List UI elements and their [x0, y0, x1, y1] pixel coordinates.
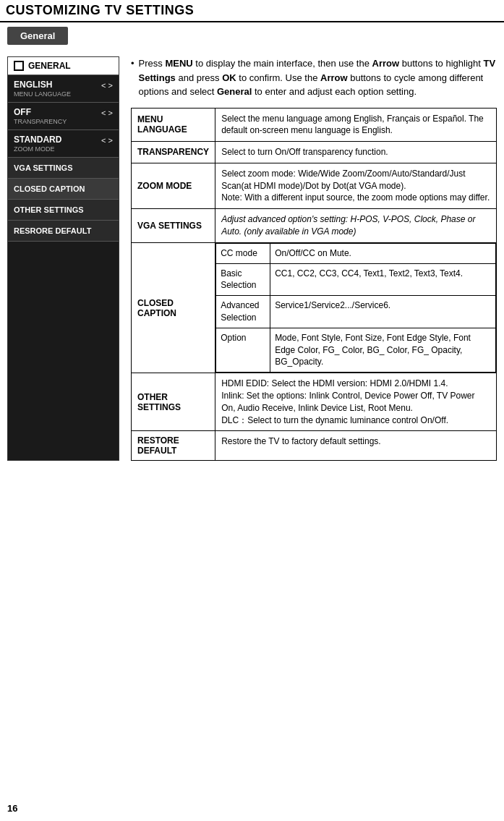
table-row: TRANSPARENCY Select to turn On/Off trans…	[132, 142, 497, 163]
closed-caption-sub-table: CC mode On/Off/CC on Mute. Basic Selecti…	[215, 243, 496, 373]
page-number: 16	[7, 803, 17, 814]
sidebar-english-arrows: < >	[101, 80, 113, 90]
row-closed-caption-name: CLOSED CAPTION	[132, 242, 215, 373]
table-row: MENU LANGUAGE Select the menu language a…	[132, 108, 497, 142]
sidebar-item-standard[interactable]: STANDARD ZOOM MODE < >	[8, 130, 119, 158]
row-other-settings-name: OTHER SETTINGS	[132, 373, 215, 431]
sub-basic-sel-desc: CC1, CC2, CC3, CC4, Text1, Text2, Text3,…	[270, 263, 496, 296]
table-row: CLOSED CAPTION CC mode On/Off/CC on Mute…	[132, 242, 497, 373]
sub-table-row: Advanced Selection Service1/Service2.../…	[216, 296, 496, 328]
row-restore-default-name: RESTORE DEFAULT	[132, 431, 215, 461]
sidebar-item-closed-caption[interactable]: CLOSED CAPTION	[8, 179, 119, 200]
sidebar-english-label: MENU LANGUAGE	[14, 90, 71, 98]
sub-table-row: Basic Selection CC1, CC2, CC3, CC4, Text…	[216, 263, 496, 296]
sub-option-desc: Mode, Font Style, Font Size, Font Edge S…	[270, 328, 496, 372]
row-menu-language-name: MENU LANGUAGE	[132, 108, 215, 142]
sub-adv-sel-desc: Service1/Service2.../Service6.	[270, 296, 496, 328]
ok-keyword: OK	[222, 72, 236, 83]
sidebar-off-value: OFF	[14, 107, 67, 117]
sub-adv-sel-name: Advanced Selection	[216, 296, 270, 328]
row-zoom-mode-name: ZOOM MODE	[132, 163, 215, 208]
sub-table-row: Option Mode, Font Style, Font Size, Font…	[216, 328, 496, 372]
row-restore-default-desc: Restore the TV to factory default settin…	[215, 431, 497, 461]
row-vga-settings-desc: Adjust advanced option's setting: H-POS,…	[215, 209, 497, 243]
sidebar-standard-value: STANDARD	[14, 135, 61, 145]
sidebar-item-other-settings[interactable]: OTHER SETTINGS	[8, 200, 119, 221]
sidebar-header-label: GENERAL	[28, 61, 71, 71]
sidebar-menu: GENERAL ENGLISH MENU LANGUAGE < > OFF TR…	[7, 56, 119, 461]
row-transparency-desc: Select to turn On/Off transparency funct…	[215, 142, 497, 163]
arrow-keyword-2: Arrow	[320, 72, 348, 83]
table-row: OTHER SETTINGS HDMI EDID: Select the HDM…	[132, 373, 497, 431]
sidebar-item-vga-settings[interactable]: VGA SETTINGS	[8, 158, 119, 179]
right-panel: • Press MENU to display the main interfa…	[131, 56, 497, 461]
table-row: VGA SETTINGS Adjust advanced option's se…	[132, 209, 497, 243]
sub-table-row: CC mode On/Off/CC on Mute.	[216, 243, 496, 263]
table-row: ZOOM MODE Select zoom mode: Wide/Wide Zo…	[132, 163, 497, 208]
sidebar-off-arrows: < >	[101, 107, 113, 117]
row-other-settings-desc: HDMI EDID: Select the HDMI version: HDMI…	[215, 373, 497, 431]
description-text: • Press MENU to display the main interfa…	[131, 56, 497, 99]
sidebar-header: GENERAL	[8, 57, 119, 75]
tab-general[interactable]: General	[7, 27, 68, 45]
sidebar-header-box	[14, 61, 24, 71]
row-transparency-name: TRANSPARENCY	[132, 142, 215, 163]
row-closed-caption-desc: CC mode On/Off/CC on Mute. Basic Selecti…	[215, 242, 497, 373]
sidebar-item-off[interactable]: OFF TRANSPARENCY < >	[8, 103, 119, 130]
sub-cc-mode-name: CC mode	[216, 243, 270, 263]
general-keyword: General	[217, 86, 252, 97]
sidebar-standard-arrows: < >	[101, 135, 113, 145]
sub-basic-sel-name: Basic Selection	[216, 263, 270, 296]
row-menu-language-desc: Select the menu language among English, …	[215, 108, 497, 142]
sub-option-name: Option	[216, 328, 270, 372]
page-title: CUSTOMIZING TV SETTINGS	[6, 3, 194, 18]
sidebar-item-english[interactable]: ENGLISH MENU LANGUAGE < >	[8, 75, 119, 103]
description-box: • Press MENU to display the main interfa…	[131, 56, 497, 99]
main-content: GENERAL ENGLISH MENU LANGUAGE < > OFF TR…	[0, 49, 504, 468]
row-vga-settings-name: VGA SETTINGS	[132, 209, 215, 243]
sidebar-standard-label: ZOOM MODE	[14, 145, 61, 153]
menu-keyword: MENU	[165, 58, 192, 69]
sidebar-item-restore-default[interactable]: RESRORE DEFAULT	[8, 221, 119, 242]
arrow-keyword-1: Arrow	[372, 58, 400, 69]
tab-bar: General	[0, 22, 504, 49]
sub-cc-mode-desc: On/Off/CC on Mute.	[270, 243, 496, 263]
table-row: RESTORE DEFAULT Restore the TV to factor…	[132, 431, 497, 461]
row-zoom-mode-desc: Select zoom mode: Wide/Wide Zoom/Zoom/Au…	[215, 163, 497, 208]
page-header: CUSTOMIZING TV SETTINGS	[0, 0, 504, 22]
sidebar-off-label: TRANSPARENCY	[14, 118, 67, 125]
sidebar-english-value: ENGLISH	[14, 80, 71, 90]
settings-table: MENU LANGUAGE Select the menu language a…	[131, 108, 497, 461]
